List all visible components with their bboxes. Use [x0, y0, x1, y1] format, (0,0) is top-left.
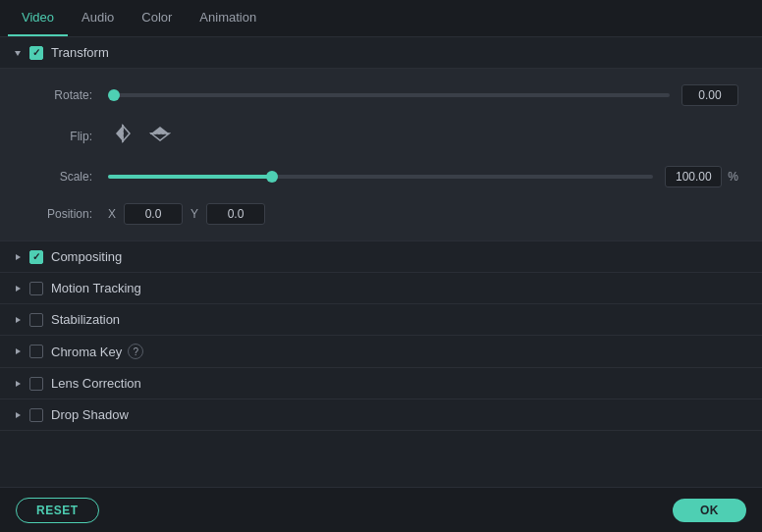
y-label: Y: [190, 207, 198, 221]
svg-marker-0: [15, 51, 21, 56]
motion-tracking-label: Motion Tracking: [51, 281, 141, 295]
flip-label: Flip:: [24, 130, 92, 143]
lens-correction-arrow: [12, 378, 24, 390]
scale-row: Scale: 100.00 %: [24, 166, 738, 187]
drop-shadow-arrow: [12, 409, 24, 421]
rotate-row: Rotate: 0.00: [24, 84, 738, 106]
transform-header[interactable]: ✓ Transform: [0, 37, 762, 69]
stabilization-label: Stabilization: [51, 312, 120, 327]
motion-tracking-header[interactable]: Motion Tracking: [0, 273, 762, 304]
transform-arrow: [12, 47, 24, 59]
compositing-header[interactable]: ✓ Compositing: [0, 241, 762, 273]
chroma-key-header[interactable]: Chroma Key ?: [0, 336, 762, 368]
svg-marker-12: [16, 412, 21, 418]
flip-buttons: [108, 122, 175, 150]
footer: RESET OK: [0, 487, 762, 532]
position-x-input[interactable]: [124, 203, 183, 225]
svg-marker-4: [151, 127, 169, 133]
scale-unit: %: [728, 170, 738, 184]
drop-shadow-label: Drop Shadow: [51, 407, 129, 422]
position-y-input[interactable]: [206, 203, 265, 225]
transform-label: Transform: [51, 45, 109, 60]
stabilization-checkbox[interactable]: [29, 313, 43, 327]
compositing-arrow: [12, 251, 24, 263]
svg-marker-10: [16, 348, 21, 354]
scale-label: Scale:: [24, 170, 92, 184]
lens-correction-header[interactable]: Lens Correction: [0, 368, 762, 399]
rotate-label: Rotate:: [24, 88, 92, 102]
compositing-label: Compositing: [51, 249, 122, 264]
ok-button[interactable]: OK: [673, 499, 746, 522]
scale-slider[interactable]: [108, 175, 653, 179]
lens-correction-label: Lens Correction: [51, 376, 141, 391]
tab-animation[interactable]: Animation: [186, 0, 270, 36]
svg-marker-11: [16, 381, 21, 387]
tab-video[interactable]: Video: [8, 0, 68, 36]
svg-marker-2: [123, 126, 130, 141]
transform-checkbox[interactable]: ✓: [29, 46, 43, 60]
drop-shadow-checkbox[interactable]: [29, 408, 43, 422]
scale-value[interactable]: 100.00: [665, 166, 722, 187]
svg-marker-8: [16, 286, 21, 292]
rotate-slider[interactable]: [108, 93, 670, 97]
stabilization-header[interactable]: Stabilization: [0, 304, 762, 336]
position-label: Position:: [24, 207, 92, 221]
drop-shadow-header[interactable]: Drop Shadow: [0, 399, 762, 431]
chroma-key-label: Chroma Key: [51, 345, 122, 359]
chroma-key-arrow: [12, 346, 24, 357]
transform-panel: Rotate: 0.00 Flip:: [0, 69, 762, 241]
flip-horizontal-button[interactable]: [108, 122, 137, 150]
position-inputs: X Y: [108, 203, 265, 225]
position-row: Position: X Y: [24, 203, 738, 225]
sections-container: ✓ Transform Rotate: 0.00 Flip:: [0, 37, 762, 481]
lens-correction-checkbox[interactable]: [29, 377, 43, 391]
motion-tracking-arrow: [12, 283, 24, 294]
chroma-key-help-icon[interactable]: ?: [128, 344, 143, 359]
stabilization-arrow: [12, 314, 24, 326]
compositing-checkbox[interactable]: ✓: [29, 250, 43, 264]
motion-tracking-checkbox[interactable]: [29, 282, 43, 295]
flip-vertical-button[interactable]: [145, 122, 175, 150]
svg-marker-5: [151, 133, 169, 140]
tab-color[interactable]: Color: [128, 0, 186, 36]
svg-marker-7: [16, 254, 21, 260]
tab-audio[interactable]: Audio: [68, 0, 128, 36]
rotate-value[interactable]: 0.00: [681, 84, 738, 106]
svg-marker-1: [116, 126, 123, 141]
tab-bar: Video Audio Color Animation: [0, 0, 762, 37]
chroma-key-checkbox[interactable]: [29, 345, 43, 358]
reset-button[interactable]: RESET: [16, 498, 99, 523]
x-label: X: [108, 207, 116, 221]
flip-row: Flip:: [24, 122, 738, 150]
svg-marker-9: [16, 317, 21, 323]
